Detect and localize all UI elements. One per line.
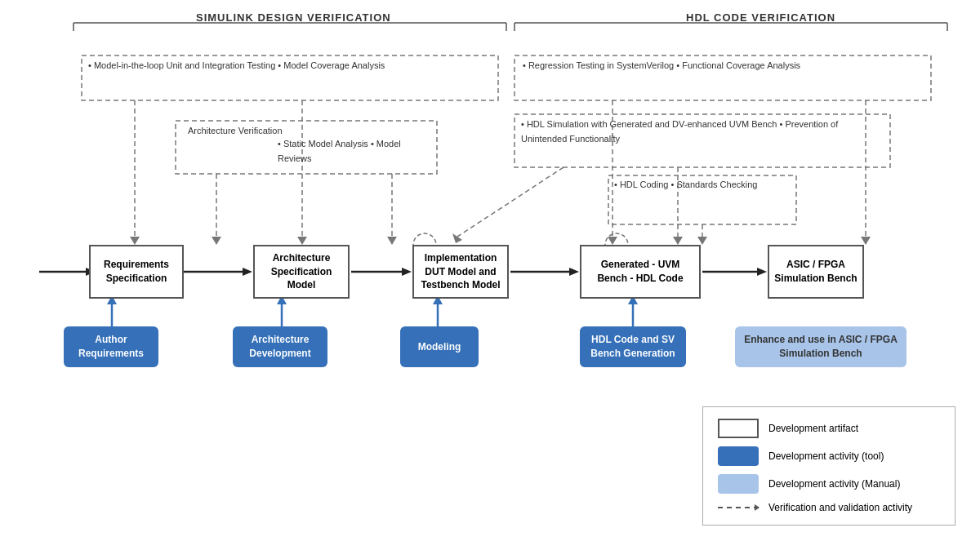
- legend-white-box-icon: [718, 419, 759, 438]
- legend-lightblue-box-icon: [718, 474, 759, 494]
- legend-verification: Verification and validation activity: [718, 502, 940, 513]
- regression-annotation: • Regression Testing in SystemVerilog • …: [523, 59, 923, 73]
- legend-artifact-label: Development artifact: [768, 423, 858, 434]
- model-in-loop-annotation: • Model-in-the-loop Unit and Integration…: [88, 59, 488, 73]
- modeling-box: Modeling: [400, 326, 479, 367]
- svg-marker-28: [697, 237, 707, 245]
- enhance-box: Enhance and use in ASIC / FPGA Simulatio…: [735, 326, 906, 367]
- legend-manual: Development activity (Manual): [718, 474, 940, 494]
- diagram: Simulink Design Verification HDL Code Ve…: [0, 0, 980, 550]
- svg-marker-23: [452, 233, 462, 243]
- svg-marker-25: [673, 237, 683, 245]
- svg-marker-36: [402, 268, 412, 276]
- svg-marker-10: [297, 237, 307, 245]
- svg-marker-34: [243, 268, 252, 276]
- svg-marker-20: [387, 237, 397, 245]
- svg-line-22: [457, 167, 564, 237]
- author-requirements-box: Author Requirements: [64, 326, 158, 367]
- legend-blue-box-icon: [718, 446, 759, 466]
- svg-marker-8: [130, 237, 140, 245]
- simulink-label: Simulink Design Verification: [196, 11, 391, 24]
- legend-tool-label: Development activity (tool): [768, 450, 884, 462]
- svg-marker-18: [212, 237, 221, 245]
- asic-fpga-box: ASIC / FPGA Simulation Bench: [768, 245, 864, 299]
- svg-marker-13: [608, 237, 617, 245]
- legend-verification-label: Verification and validation activity: [768, 502, 912, 513]
- arch-verification-annotation: Architecture Verification: [188, 124, 283, 139]
- svg-marker-40: [757, 268, 767, 276]
- architecture-dev-box: Architecture Development: [233, 326, 327, 367]
- generated-box: Generated - UVM Bench - HDL Code: [580, 245, 701, 299]
- legend-manual-label: Development activity (Manual): [768, 478, 900, 490]
- implementation-box: Implementation DUT Model and Testbench M…: [412, 245, 509, 299]
- legend-tool: Development activity (tool): [718, 446, 940, 466]
- static-model-annotation: • Static Model Analysis • Model Reviews: [278, 137, 433, 166]
- architecture-spec-box: Architecture Specification Model: [253, 245, 350, 299]
- hdl-label: HDL Code Verification: [686, 11, 835, 24]
- svg-marker-38: [569, 268, 579, 276]
- legend-artifact: Development artifact: [718, 419, 940, 438]
- hdl-code-gen-box: HDL Code and SV Bench Generation: [580, 326, 686, 367]
- legend-dash-icon: [718, 507, 759, 508]
- hdl-simulation-annotation: • HDL Simulation with Generated and DV-e…: [521, 118, 884, 146]
- svg-marker-15: [861, 237, 871, 245]
- legend: Development artifact Development activit…: [702, 406, 956, 526]
- requirements-box: Requirements Specification: [89, 245, 184, 299]
- hdl-coding-annotation: • HDL Coding • Standards Checking: [614, 178, 790, 193]
